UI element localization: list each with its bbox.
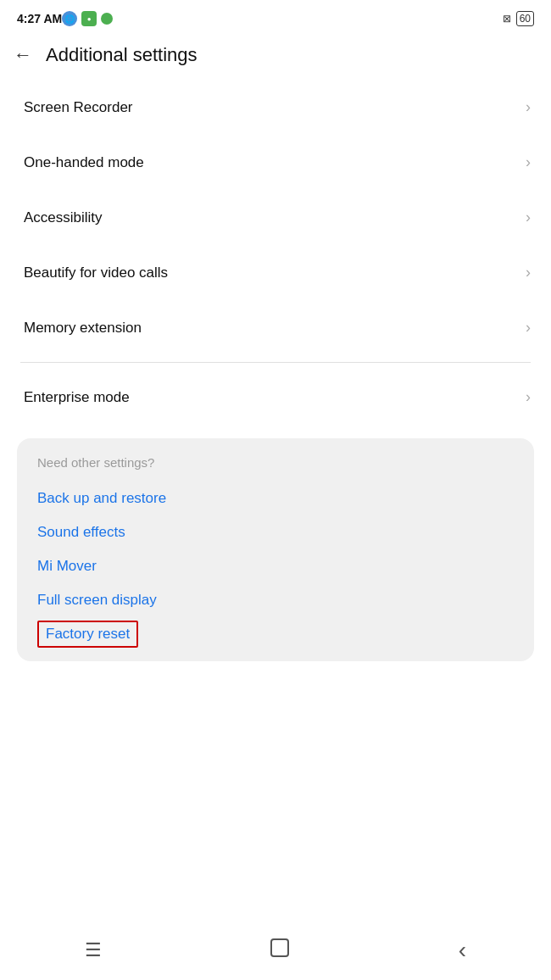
page-header: ← Additional settings [0, 34, 551, 80]
status-bar: 4:27 AM 🌐 ● ⊠ 60 [0, 0, 551, 34]
settings-item-beautify[interactable]: Beautify for video calls › [0, 245, 551, 300]
other-settings-card: Need other settings? Back up and restore… [17, 438, 534, 661]
battery-icon: 60 [516, 11, 534, 26]
status-icons-left: 🌐 ● [62, 11, 113, 26]
other-settings-item-backup[interactable]: Back up and restore [37, 482, 514, 515]
chevron-icon: › [526, 388, 531, 406]
settings-item-screen-recorder[interactable]: Screen Recorder › [0, 80, 551, 135]
status-time: 4:27 AM [17, 12, 62, 25]
back-button[interactable]: ← [14, 44, 32, 66]
nav-back-button[interactable]: ‹ [459, 937, 466, 964]
memory-label: Memory extension [24, 320, 142, 337]
chevron-icon: › [526, 264, 531, 281]
chevron-icon: › [526, 153, 531, 171]
nav-menu-button[interactable]: ☰ [85, 939, 102, 961]
green-dot-icon: ● [81, 11, 97, 26]
settings-item-enterprise[interactable]: Enterprise mode › [0, 370, 551, 425]
accessibility-label: Accessibility [24, 209, 103, 226]
settings-list: Screen Recorder › One-handed mode › Acce… [0, 80, 551, 425]
green-circle-icon [101, 13, 113, 25]
section-divider [20, 362, 531, 363]
screen-recorder-label: Screen Recorder [24, 99, 133, 116]
nav-home-button[interactable] [270, 938, 289, 962]
home-square-icon [270, 938, 289, 957]
nav-bar: ☰ ‹ [0, 921, 551, 980]
enterprise-label: Enterprise mode [24, 389, 130, 406]
factory-reset-label: Factory reset [46, 626, 130, 642]
status-right: ⊠ 60 [503, 11, 534, 26]
settings-item-memory[interactable]: Memory extension › [0, 300, 551, 355]
other-settings-item-sound[interactable]: Sound effects [37, 515, 514, 549]
other-settings-item-fullscreen[interactable]: Full screen display [37, 583, 514, 617]
page-title: Additional settings [46, 44, 198, 66]
settings-item-one-handed[interactable]: One-handed mode › [0, 135, 551, 190]
settings-item-accessibility[interactable]: Accessibility › [0, 190, 551, 245]
chevron-icon: › [526, 209, 531, 226]
battery-x-icon: ⊠ [503, 13, 511, 25]
one-handed-label: One-handed mode [24, 154, 144, 171]
chevron-icon: › [526, 319, 531, 337]
other-settings-item-mi-mover[interactable]: Mi Mover [37, 549, 514, 583]
chevron-icon: › [526, 98, 531, 116]
globe-icon: 🌐 [62, 11, 77, 26]
beautify-label: Beautify for video calls [24, 264, 168, 281]
other-settings-title: Need other settings? [37, 455, 514, 470]
factory-reset-wrapper[interactable]: Factory reset [37, 621, 138, 648]
